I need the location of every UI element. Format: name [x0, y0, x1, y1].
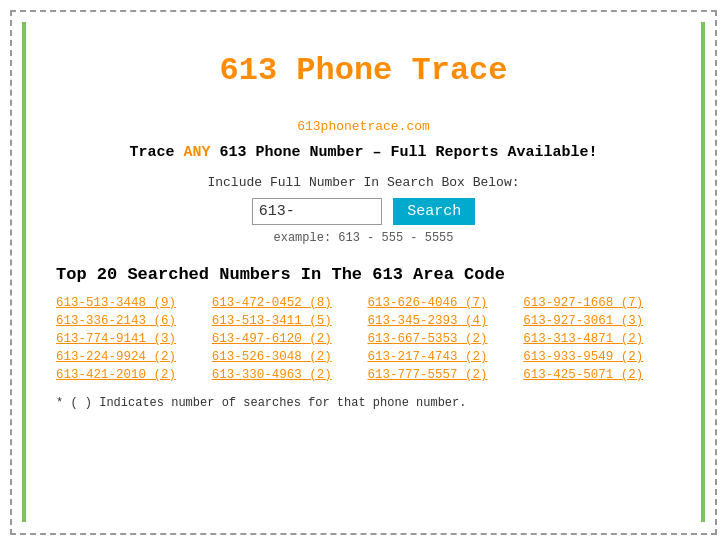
number-link[interactable]: 613-336-2143 (6) [56, 314, 204, 328]
number-link[interactable]: 613-497-6120 (2) [212, 332, 360, 346]
number-link[interactable]: 613-421-2010 (2) [56, 368, 204, 382]
search-button[interactable]: Search [393, 198, 475, 225]
number-link[interactable]: 613-526-3048 (2) [212, 350, 360, 364]
number-link[interactable]: 613-217-4743 (2) [368, 350, 516, 364]
number-link[interactable]: 613-774-9141 (3) [56, 332, 204, 346]
tagline: Trace ANY 613 Phone Number – Full Report… [56, 144, 671, 161]
numbers-grid: 613-513-3448 (9)613-472-0452 (8)613-626-… [56, 296, 671, 382]
tagline-any: ANY [183, 144, 210, 161]
number-link[interactable]: 613-777-5557 (2) [368, 368, 516, 382]
number-link[interactable]: 613-933-9549 (2) [523, 350, 671, 364]
tagline-prefix: Trace [129, 144, 183, 161]
tagline-suffix: 613 Phone Number – Full Reports Availabl… [210, 144, 597, 161]
section-title: Top 20 Searched Numbers In The 613 Area … [56, 265, 671, 284]
example-text: example: 613 - 555 - 5555 [56, 231, 671, 245]
site-url: 613phonetrace.com [56, 119, 671, 134]
search-label: Include Full Number In Search Box Below: [56, 175, 671, 190]
number-link[interactable]: 613-313-4871 (2) [523, 332, 671, 346]
number-link[interactable]: 613-927-3061 (3) [523, 314, 671, 328]
inner-border: 613 Phone Trace 613phonetrace.com Trace … [22, 22, 705, 522]
footnote: * ( ) Indicates number of searches for t… [56, 396, 671, 410]
number-link[interactable]: 613-626-4046 (7) [368, 296, 516, 310]
page-title: 613 Phone Trace [56, 32, 671, 119]
number-link[interactable]: 613-330-4963 (2) [212, 368, 360, 382]
number-link[interactable]: 613-425-5071 (2) [523, 368, 671, 382]
number-link[interactable]: 613-667-5353 (2) [368, 332, 516, 346]
number-link[interactable]: 613-513-3448 (9) [56, 296, 204, 310]
search-input[interactable] [252, 198, 382, 225]
outer-border: 613 Phone Trace 613phonetrace.com Trace … [10, 10, 717, 535]
search-area: Search [56, 198, 671, 225]
number-link[interactable]: 613-513-3411 (5) [212, 314, 360, 328]
number-link[interactable]: 613-224-9924 (2) [56, 350, 204, 364]
number-link[interactable]: 613-927-1668 (7) [523, 296, 671, 310]
number-link[interactable]: 613-472-0452 (8) [212, 296, 360, 310]
number-link[interactable]: 613-345-2393 (4) [368, 314, 516, 328]
